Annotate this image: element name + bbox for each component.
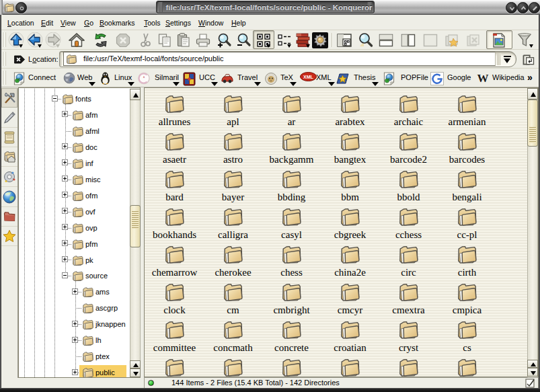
svg-text:W: W <box>477 72 489 84</box>
svg-text:A: A <box>143 76 145 79</box>
svg-text:XML: XML <box>303 75 314 79</box>
